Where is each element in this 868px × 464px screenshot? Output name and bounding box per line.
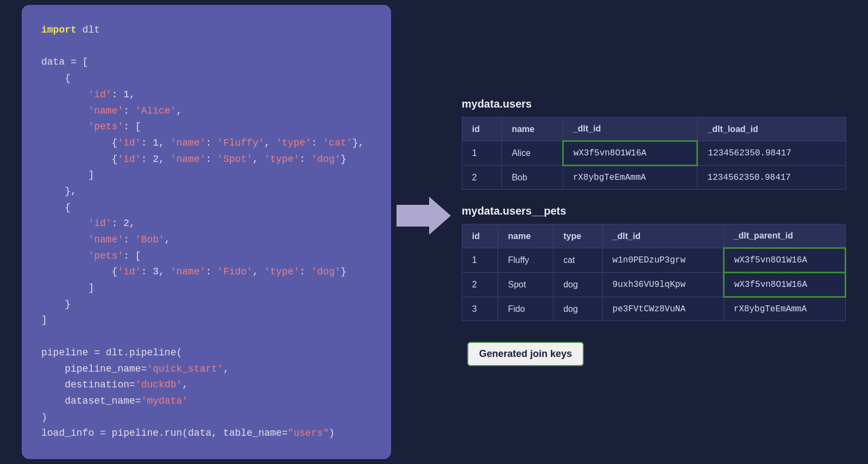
- pets-col-name: name: [498, 224, 553, 248]
- tables-panel: mydata.users id name _dlt_id _dlt_load_i…: [456, 98, 846, 366]
- code-line-17: ]: [41, 280, 372, 297]
- code-line-11: },: [41, 184, 372, 200]
- pets-row3-dlt-id: pe3FVtCWz8VuNA: [602, 297, 724, 321]
- pets-row1-id: 1: [462, 248, 498, 273]
- code-line-1: import dlt: [41, 22, 372, 39]
- right-arrow-icon: [397, 197, 451, 235]
- code-line-8: {'id': 1, 'name': 'Fluffy', 'type': 'cat…: [41, 135, 372, 152]
- code-line-blank2: [41, 329, 372, 345]
- pets-col-dlt-id: _dlt_id: [602, 224, 724, 248]
- pets-row-2: 2 Spot dog 9uxh36VU9lqKpw wX3f5vn8O1W16A: [462, 273, 846, 297]
- users-table-header-row: id name _dlt_id _dlt_load_id: [462, 117, 846, 141]
- code-line-12: {: [41, 200, 372, 216]
- code-line-24: dataset_name='mydata': [41, 393, 372, 410]
- pets-row-3: 3 Fido dog pe3FVtCWz8VuNA rX8ybgTeEmAmmA: [462, 297, 846, 321]
- code-line-14: 'name': 'Bob',: [41, 232, 372, 248]
- users-row-2: 2 Bob rX8ybgTeEmAmmA 1234562350.98417: [462, 166, 846, 190]
- main-container: import dlt data = [ { 'id': 1, 'name': '…: [0, 0, 868, 464]
- pets-row1-dlt-parent-id: wX3f5vn8O1W16A: [724, 248, 845, 273]
- code-line-blank1: [41, 39, 372, 55]
- code-line-4: {: [41, 71, 372, 87]
- generated-join-keys-badge: Generated join keys: [467, 342, 584, 366]
- code-line-3: data = [: [41, 54, 372, 71]
- code-line-9: {'id': 2, 'name': 'Spot', 'type': 'dog'}: [41, 152, 372, 168]
- pets-table-section: mydata.users__pets id name type _dlt_id …: [462, 205, 846, 321]
- pets-row3-dlt-parent-id: rX8ybgTeEmAmmA: [724, 297, 845, 321]
- pets-row-1: 1 Fluffy cat w1n0PEDzuP3grw wX3f5vn8O1W1…: [462, 248, 846, 273]
- users-row2-dlt-id: rX8ybgTeEmAmmA: [563, 166, 697, 190]
- users-col-id: id: [462, 117, 502, 141]
- code-line-25: ): [41, 410, 372, 426]
- pets-row1-dlt-id: w1n0PEDzuP3grw: [602, 248, 724, 273]
- pets-col-dlt-parent-id: _dlt_parent_id: [724, 224, 845, 248]
- pets-table: id name type _dlt_id _dlt_parent_id 1 Fl…: [462, 224, 846, 321]
- code-line-23: destination='duckdb',: [41, 377, 372, 393]
- pets-col-type: type: [553, 224, 602, 248]
- svg-marker-0: [397, 197, 451, 235]
- pets-table-title: mydata.users__pets: [462, 205, 846, 217]
- pets-row3-name: Fido: [498, 297, 553, 321]
- users-table-section: mydata.users id name _dlt_id _dlt_load_i…: [462, 98, 846, 190]
- users-row1-dlt-load-id: 1234562350.98417: [697, 141, 846, 166]
- code-line-22: pipeline_name='quick_start',: [41, 361, 372, 378]
- pets-row2-name: Spot: [498, 273, 553, 297]
- code-line-10: ]: [41, 167, 372, 184]
- code-line-15: 'pets': [: [41, 248, 372, 265]
- pets-row3-id: 3: [462, 297, 498, 321]
- code-line-7: 'pets': [: [41, 119, 372, 135]
- users-row-1: 1 Alice wX3f5vn8O1W16A 1234562350.98417: [462, 141, 846, 166]
- pets-row1-type: cat: [553, 248, 602, 273]
- users-row2-id: 2: [462, 166, 502, 190]
- users-row2-name: Bob: [502, 166, 563, 190]
- code-line-18: }: [41, 297, 372, 313]
- code-line-21: pipeline = dlt.pipeline(: [41, 345, 372, 361]
- users-table-title: mydata.users: [462, 98, 846, 110]
- users-row1-id: 1: [462, 141, 502, 166]
- code-line-16: {'id': 3, 'name': 'Fido', 'type': 'dog'}: [41, 264, 372, 280]
- code-line-19: ]: [41, 312, 372, 329]
- pets-row2-dlt-parent-id: wX3f5vn8O1W16A: [724, 273, 845, 297]
- pets-row2-id: 2: [462, 273, 498, 297]
- pets-row2-type: dog: [553, 273, 602, 297]
- pets-col-id: id: [462, 224, 498, 248]
- users-row2-dlt-load-id: 1234562350.98417: [697, 166, 846, 190]
- users-table: id name _dlt_id _dlt_load_id 1 Alice wX3…: [462, 117, 846, 190]
- arrow-container: [391, 197, 456, 235]
- code-line-13: 'id': 2,: [41, 216, 372, 232]
- code-line-26: load_info = pipeline.run(data, table_nam…: [41, 425, 372, 442]
- users-col-dlt-load-id: _dlt_load_id: [697, 117, 846, 141]
- code-line-5: 'id': 1,: [41, 87, 372, 103]
- pets-row1-name: Fluffy: [498, 248, 553, 273]
- users-col-dlt-id: _dlt_id: [563, 117, 697, 141]
- users-row1-dlt-id: wX3f5vn8O1W16A: [563, 141, 697, 166]
- users-col-name: name: [502, 117, 563, 141]
- pets-table-header-row: id name type _dlt_id _dlt_parent_id: [462, 224, 846, 248]
- users-row1-name: Alice: [502, 141, 563, 166]
- code-panel: import dlt data = [ { 'id': 1, 'name': '…: [22, 5, 391, 459]
- pets-row2-dlt-id: 9uxh36VU9lqKpw: [602, 273, 724, 297]
- code-line-6: 'name': 'Alice',: [41, 103, 372, 120]
- pets-row3-type: dog: [553, 297, 602, 321]
